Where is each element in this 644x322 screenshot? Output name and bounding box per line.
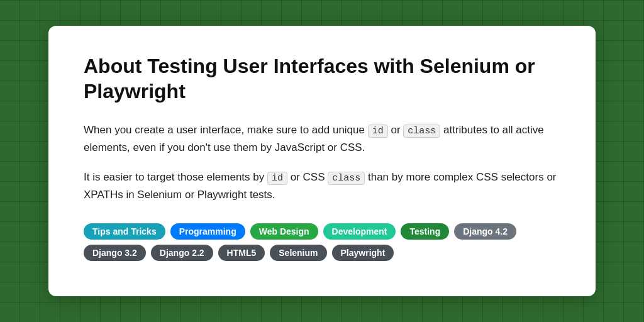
tag-item[interactable]: Django 3.2 <box>84 245 146 261</box>
code-class-2: class <box>328 172 365 185</box>
paragraph-2: It is easier to target those elements by… <box>84 169 560 203</box>
tag-item[interactable]: Selenium <box>270 245 326 261</box>
code-id-1: id <box>368 125 388 138</box>
tag-item[interactable]: Web Design <box>250 223 318 240</box>
tag-item[interactable]: Playwright <box>332 245 394 261</box>
tags-container: Tips and TricksProgrammingWeb DesignDeve… <box>84 223 560 261</box>
tag-item[interactable]: Development <box>323 223 396 240</box>
para2-text-middle: or CSS <box>287 171 328 183</box>
page-title: About Testing User Interfaces with Selen… <box>84 53 560 104</box>
para1-text-middle: or <box>388 124 404 136</box>
code-class-1: class <box>403 125 440 138</box>
paragraph-1: When you create a user interface, make s… <box>84 121 560 156</box>
tag-item[interactable]: Testing <box>401 223 449 240</box>
tag-item[interactable]: Django 2.2 <box>151 245 213 261</box>
tag-item[interactable]: Django 4.2 <box>454 223 516 240</box>
tag-item[interactable]: HTML5 <box>218 245 265 261</box>
para2-text-before: It is easier to target those elements by <box>84 171 267 183</box>
code-id-2: id <box>267 172 287 185</box>
para1-text-before: When you create a user interface, make s… <box>84 124 368 136</box>
main-card: About Testing User Interfaces with Selen… <box>48 26 596 296</box>
tag-item[interactable]: Programming <box>170 223 245 240</box>
tag-item[interactable]: Tips and Tricks <box>84 223 165 240</box>
